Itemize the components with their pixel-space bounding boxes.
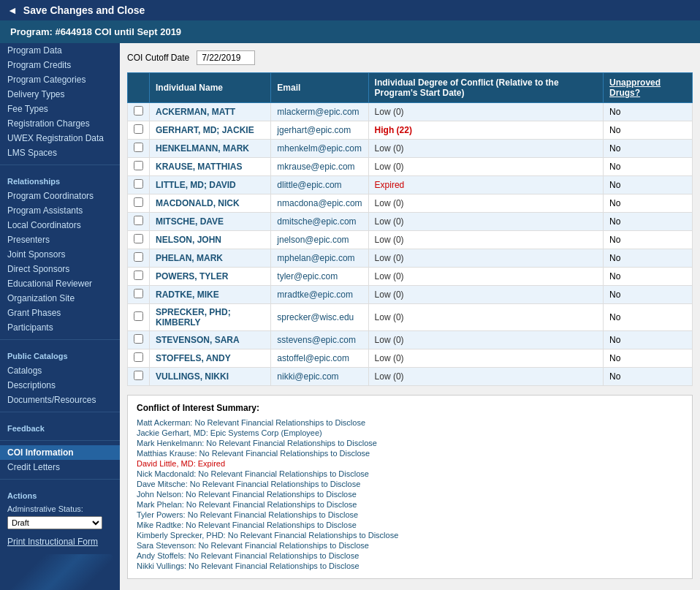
save-close-button[interactable]: ◄ Save Changes and Close xyxy=(0,0,700,20)
row-checkbox[interactable] xyxy=(134,179,143,189)
row-name[interactable]: SPRECKER, PHD; KIMBERLY xyxy=(150,304,271,331)
row-unapproved: No xyxy=(604,331,693,349)
row-degree: Low (0) xyxy=(368,213,604,231)
row-email[interactable]: nikki@epic.com xyxy=(271,368,368,386)
sidebar-item-local-coordinators[interactable]: Local Coordinators xyxy=(0,218,120,232)
row-checkbox[interactable] xyxy=(134,311,143,321)
row-email[interactable]: sprecker@wisc.edu xyxy=(271,304,368,331)
summary-line: Nikki Vullings: No Relevant Financial Re… xyxy=(137,561,683,571)
sidebar-item-direct-sponsors[interactable]: Direct Sponsors xyxy=(0,262,120,276)
sidebar-item-presenters[interactable]: Presenters xyxy=(0,232,120,247)
sidebar-item-participants[interactable]: Participants xyxy=(0,320,120,335)
sidebar-item-lms-spaces[interactable]: LMS Spaces xyxy=(0,145,120,160)
program-header-text: Program: #644918 COI until Sept 2019 xyxy=(10,26,181,37)
row-degree: Low (0) xyxy=(368,268,604,286)
row-unapproved: No xyxy=(604,121,693,140)
sidebar-item-coi-information[interactable]: COI Information xyxy=(0,445,120,460)
sidebar-item-documents-resources[interactable]: Documents/Resources xyxy=(0,393,120,407)
row-checkbox[interactable] xyxy=(134,234,143,243)
row-checkbox[interactable] xyxy=(134,143,143,152)
col-degree: Individual Degree of Conflict (Relative … xyxy=(368,73,604,103)
row-checkbox[interactable] xyxy=(134,334,143,344)
row-name[interactable]: PHELAN, MARK xyxy=(150,249,271,268)
row-name[interactable]: HENKELMANN, MARK xyxy=(150,140,271,158)
row-checkbox[interactable] xyxy=(134,216,143,225)
table-row: VULLINGS, NIKKInikki@epic.comLow (0)No xyxy=(128,368,693,386)
sidebar-item-credit-letters[interactable]: Credit Letters xyxy=(0,460,120,474)
row-checkbox[interactable] xyxy=(134,197,143,207)
row-email[interactable]: mkrause@epic.com xyxy=(271,158,368,176)
sidebar-item-descriptions[interactable]: Descriptions xyxy=(0,378,120,393)
sidebar-item-uwex-registration-data[interactable]: UWEX Registration Data xyxy=(0,131,120,145)
summary-title: Conflict of Interest Summary: xyxy=(137,403,683,413)
row-name[interactable]: MACDONALD, NICK xyxy=(150,194,271,213)
sidebar-item-program-categories[interactable]: Program Categories xyxy=(0,72,120,87)
row-email[interactable]: dmitsche@epic.com xyxy=(271,213,368,231)
summary-line: Dave Mitsche: No Relevant Financial Rela… xyxy=(137,479,683,489)
sidebar-item-registration-charges[interactable]: Registration Charges xyxy=(0,116,120,131)
sidebar-item-joint-sponsors[interactable]: Joint Sponsors xyxy=(0,247,120,262)
wave-decoration xyxy=(7,554,113,590)
row-checkbox[interactable] xyxy=(134,124,143,134)
row-checkbox[interactable] xyxy=(134,106,143,116)
row-checkbox[interactable] xyxy=(134,252,143,262)
feedback-header: Feedback xyxy=(0,417,120,436)
row-email[interactable]: nmacdona@epic.com xyxy=(271,194,368,213)
sidebar-item-program-assistants[interactable]: Program Assistants xyxy=(0,203,120,218)
row-unapproved: No xyxy=(604,103,693,121)
row-email[interactable]: mlackerm@epic.com xyxy=(271,103,368,121)
sidebar-item-fee-types[interactable]: Fee Types xyxy=(0,102,120,116)
sidebar-item-program-data[interactable]: Program Data xyxy=(0,43,120,58)
row-email[interactable]: jnelson@epic.com xyxy=(271,231,368,249)
summary-line: Mark Phelan: No Relevant Financial Relat… xyxy=(137,499,683,510)
row-email[interactable]: mhenkelm@epic.com xyxy=(271,140,368,158)
row-email[interactable]: jgerhart@epic.com xyxy=(271,121,368,140)
coi-cutoff-date-input[interactable] xyxy=(197,50,255,65)
sidebar-item-grant-phases[interactable]: Grant Phases xyxy=(0,306,120,320)
admin-status-select[interactable]: Draft Active Inactive Cancelled xyxy=(7,516,102,529)
row-name[interactable]: KRAUSE, MATTHIAS xyxy=(150,158,271,176)
row-checkbox[interactable] xyxy=(134,271,143,280)
table-row: SPRECKER, PHD; KIMBERLYsprecker@wisc.edu… xyxy=(128,304,693,331)
row-degree: Expired xyxy=(368,176,604,194)
col-email: Email xyxy=(271,73,368,103)
row-email[interactable]: astoffel@epic.com xyxy=(271,349,368,368)
row-degree: Low (0) xyxy=(368,286,604,304)
row-degree: Low (0) xyxy=(368,231,604,249)
row-name[interactable]: LITTLE, MD; DAVID xyxy=(150,176,271,194)
row-name[interactable]: VULLINGS, NIKKI xyxy=(150,368,271,386)
sidebar-item-educational-reviewer[interactable]: Educational Reviewer xyxy=(0,276,120,291)
summary-line: Kimberly Sprecker, PHD: No Relevant Fina… xyxy=(137,530,683,540)
row-checkbox[interactable] xyxy=(134,161,143,170)
row-checkbox[interactable] xyxy=(134,371,143,380)
row-name[interactable]: RADTKE, MIKE xyxy=(150,286,271,304)
table-row: PHELAN, MARKmphelan@epic.comLow (0)No xyxy=(128,249,693,268)
print-instructional-form-button[interactable]: Print Instructional Form xyxy=(7,537,113,547)
row-name[interactable]: NELSON, JOHN xyxy=(150,231,271,249)
summary-line: Nick Macdonald: No Relevant Financial Re… xyxy=(137,469,683,479)
sidebar-item-program-credits[interactable]: Program Credits xyxy=(0,58,120,72)
row-email[interactable]: tyler@epic.com xyxy=(271,268,368,286)
row-name[interactable]: MITSCHE, DAVE xyxy=(150,213,271,231)
row-email[interactable]: sstevens@epic.com xyxy=(271,331,368,349)
row-checkbox[interactable] xyxy=(134,289,143,298)
row-name[interactable]: POWERS, TYLER xyxy=(150,268,271,286)
row-unapproved: No xyxy=(604,231,693,249)
summary-line: Jackie Gerhart, MD: Epic Systems Corp (E… xyxy=(137,428,683,438)
row-name[interactable]: STEVENSON, SARA xyxy=(150,331,271,349)
sidebar-item-program-coordinators[interactable]: Program Coordinators xyxy=(0,189,120,203)
row-email[interactable]: dlittle@epic.com xyxy=(271,176,368,194)
row-checkbox[interactable] xyxy=(134,352,143,362)
sidebar-item-organization-site[interactable]: Organization Site xyxy=(0,291,120,306)
row-name[interactable]: STOFFELS, ANDY xyxy=(150,349,271,368)
row-name[interactable]: ACKERMAN, MATT xyxy=(150,103,271,121)
summary-line: Andy Stoffels: No Relevant Financial Rel… xyxy=(137,551,683,561)
row-degree: Low (0) xyxy=(368,368,604,386)
coi-table: Individual Name Email Individual Degree … xyxy=(127,72,693,386)
row-email[interactable]: mphelan@epic.com xyxy=(271,249,368,268)
row-name[interactable]: GERHART, MD; JACKIE xyxy=(150,121,271,140)
row-degree: Low (0) xyxy=(368,349,604,368)
sidebar-item-catalogs[interactable]: Catalogs xyxy=(0,363,120,378)
sidebar-item-delivery-types[interactable]: Delivery Types xyxy=(0,87,120,102)
row-email[interactable]: mradtke@epic.com xyxy=(271,286,368,304)
